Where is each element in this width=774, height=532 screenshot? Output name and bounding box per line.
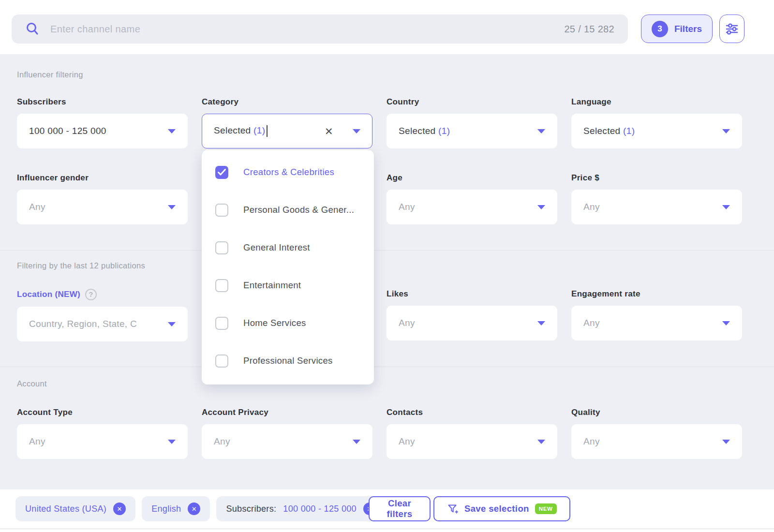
account-type-select[interactable]: Any — [17, 424, 188, 459]
influencer-filter-screen: 25 / 15 282 3 Filters Influencer filteri… — [0, 0, 774, 532]
save-selection-label: Save selection — [464, 503, 529, 514]
engagement-label: Engagement rate — [571, 289, 742, 299]
remove-chip-icon[interactable]: ✕ — [113, 502, 126, 515]
engagement-select[interactable]: Any — [571, 306, 742, 340]
contacts-filter: Contacts Any — [387, 407, 557, 459]
price-select[interactable]: Any — [571, 190, 742, 224]
filter-row-3: Location (NEW) ? Country, Region, State,… — [17, 289, 742, 341]
filter-chips: United States (USA) ✕ English ✕ Subscrib… — [15, 496, 386, 521]
funnel-plus-icon — [447, 503, 459, 515]
filter-row-1: Subscribers 100 000 - 125 000 Category S… — [17, 97, 742, 148]
likes-label: Likes — [387, 289, 557, 299]
checkbox-icon[interactable] — [215, 317, 228, 330]
quality-value: Any — [583, 436, 722, 447]
gender-value: Any — [29, 202, 168, 212]
new-badge: NEW — [535, 503, 557, 514]
quality-label: Quality — [571, 407, 742, 418]
contacts-select[interactable]: Any — [387, 424, 557, 459]
filter-row-4: Account Type Any Account Privacy Any Con… — [17, 407, 742, 459]
category-option[interactable]: General Interest — [202, 229, 374, 266]
category-filter: Category Selected (1) ✕ — [202, 97, 372, 148]
chevron-down-icon — [168, 322, 176, 326]
account-privacy-filter: Account Privacy Any — [202, 407, 372, 459]
save-selection-button[interactable]: Save selection NEW — [433, 496, 570, 521]
section-divider — [0, 367, 774, 367]
engagement-value: Any — [583, 318, 722, 328]
location-placeholder: Country, Region, State, C — [29, 319, 168, 329]
category-option[interactable]: Creators & Celebrities — [202, 153, 374, 191]
gender-filter: Influencer gender Any — [17, 173, 188, 224]
remove-chip-icon[interactable]: ✕ — [188, 502, 200, 515]
filters-button[interactable]: 3 Filters — [641, 15, 713, 43]
country-select[interactable]: Selected (1) — [387, 114, 557, 148]
checkbox-checked-icon[interactable] — [215, 166, 228, 179]
language-filter: Language Selected (1) — [571, 97, 742, 148]
price-label: Price $ — [571, 173, 742, 183]
help-icon[interactable]: ? — [85, 289, 97, 300]
quality-select[interactable]: Any — [571, 424, 742, 459]
price-value: Any — [583, 202, 722, 212]
section-influencer-filtering: Influencer filtering — [17, 70, 83, 79]
quality-filter: Quality Any — [571, 407, 742, 459]
category-option-label: General Interest — [243, 242, 310, 253]
chevron-down-icon — [722, 205, 730, 209]
gender-select[interactable]: Any — [17, 190, 188, 224]
category-option-label: Creators & Celebrities — [243, 167, 334, 177]
category-clear-icon[interactable]: ✕ — [325, 126, 333, 136]
likes-value: Any — [399, 318, 537, 328]
contacts-label: Contacts — [387, 407, 557, 418]
sliders-icon — [725, 22, 739, 36]
location-select[interactable]: Country, Region, State, C — [17, 307, 188, 341]
chevron-down-icon — [168, 440, 176, 444]
age-select[interactable]: Any — [387, 190, 557, 224]
chevron-down-icon — [353, 440, 360, 444]
account-privacy-select[interactable]: Any — [202, 424, 372, 459]
country-label: Country — [387, 97, 557, 107]
subscribers-select[interactable]: 100 000 - 125 000 — [17, 114, 188, 148]
likes-select[interactable]: Any — [387, 306, 557, 340]
location-label: Location (NEW) ? — [17, 289, 188, 300]
checkbox-icon[interactable] — [215, 204, 228, 217]
checkbox-icon[interactable] — [215, 355, 228, 368]
subscribers-label: Subscribers — [17, 97, 188, 107]
age-label: Age — [387, 173, 557, 183]
section-divider — [0, 250, 774, 251]
category-dropdown: Creators & Celebrities Personal Goods & … — [202, 150, 374, 384]
chip-prefix: Subscribers: — [226, 504, 276, 514]
language-label: Language — [571, 97, 742, 107]
filter-row-2: Influencer gender Any Age Any Price $ An… — [17, 173, 742, 224]
account-privacy-label: Account Privacy — [202, 407, 372, 418]
chevron-down-icon — [722, 440, 730, 444]
chevron-down-icon — [537, 440, 545, 444]
subscribers-value: 100 000 - 125 000 — [29, 126, 168, 136]
location-filter: Location (NEW) ? Country, Region, State,… — [17, 289, 188, 341]
category-option[interactable]: Entertainment — [202, 266, 374, 304]
category-select[interactable]: Selected (1) ✕ — [202, 114, 372, 148]
category-option-label: Professional Services — [243, 355, 333, 366]
applied-filters-bar: United States (USA) ✕ English ✕ Subscrib… — [0, 489, 774, 532]
category-option-label: Entertainment — [243, 280, 301, 291]
filter-settings-button[interactable] — [719, 15, 744, 43]
category-option-label: Personal Goods & Gener... — [243, 205, 354, 215]
filter-panel: Influencer filtering Subscribers 100 000… — [0, 54, 774, 489]
gender-label: Influencer gender — [17, 173, 188, 183]
chevron-down-icon — [168, 129, 176, 133]
clear-filters-button[interactable]: Clear filters — [369, 496, 431, 521]
checkbox-icon[interactable] — [215, 279, 228, 292]
category-option-label: Home Services — [243, 318, 306, 328]
category-option[interactable]: Home Services — [202, 304, 374, 342]
age-filter: Age Any — [387, 173, 557, 224]
checkbox-icon[interactable] — [215, 241, 228, 254]
engagement-filter: Engagement rate Any — [571, 289, 742, 341]
category-option[interactable]: Professional Services — [202, 342, 374, 380]
language-select[interactable]: Selected (1) — [571, 114, 742, 148]
age-value: Any — [399, 202, 537, 212]
category-option[interactable]: Personal Goods & Gener... — [202, 191, 374, 229]
country-value: Selected (1) — [399, 126, 537, 136]
search-input[interactable] — [50, 24, 564, 35]
country-filter: Country Selected (1) — [387, 97, 557, 148]
text-cursor — [267, 125, 268, 137]
language-value: Selected (1) — [583, 126, 722, 136]
filters-count-badge: 3 — [652, 21, 668, 37]
search-bar[interactable]: 25 / 15 282 — [12, 15, 628, 44]
